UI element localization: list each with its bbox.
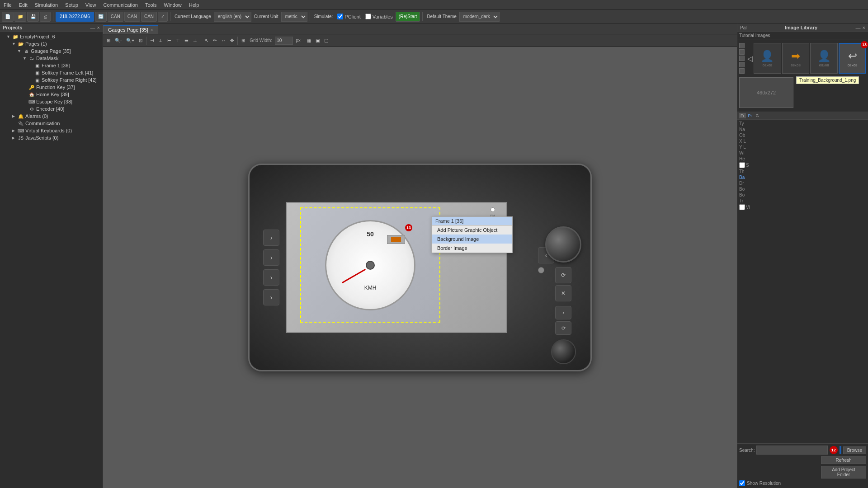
align-right-btn[interactable]: ⊢ <box>165 36 173 46</box>
menu-window[interactable]: Window <box>160 1 185 9</box>
ip-address-btn[interactable]: 218.2/272.0M6 <box>56 12 94 22</box>
scroll-btn-2[interactable]: ⟳ <box>555 321 571 335</box>
zoom-out-btn[interactable]: 🔍- <box>113 36 123 46</box>
unit-select[interactable]: metric <box>281 12 307 22</box>
left-sk-4[interactable]: › <box>263 289 279 305</box>
tree-item-comm[interactable]: 🔌 Communication <box>1 120 102 127</box>
prop-s-check[interactable] <box>739 162 745 168</box>
tree-item-funckey[interactable]: 🔑 Function Key [37] <box>1 84 102 91</box>
props-tab-pr[interactable]: Pr <box>747 113 754 118</box>
tree-item-project[interactable]: ▼ 📁 EmptyProject_6 <box>1 33 102 40</box>
pal-icon-3[interactable] <box>739 56 745 61</box>
menu-help[interactable]: Help <box>185 1 203 9</box>
save-btn[interactable]: 💾 <box>27 12 39 22</box>
projects-minimize[interactable]: — <box>90 25 95 30</box>
draw-btn[interactable]: ✏ <box>211 36 218 46</box>
pal-icon-4[interactable] <box>739 62 745 67</box>
print-btn[interactable]: 🖨 <box>40 12 51 22</box>
select-btn[interactable]: ↖ <box>203 36 210 46</box>
small-knob[interactable] <box>551 339 576 364</box>
props-tab-g[interactable]: G <box>755 113 760 118</box>
gauges-tab-close[interactable]: × <box>151 28 153 33</box>
align-vcenter-btn[interactable]: ☰ <box>183 36 190 46</box>
thumb-2[interactable]: ➡ 68x68 <box>782 43 810 74</box>
tree-item-softkey-left[interactable]: ▣ Softkey Frame Left [41] <box>1 69 102 76</box>
thumb-scroll-left[interactable]: ◁ <box>747 54 753 63</box>
expand-icon-gauges[interactable]: ▼ <box>17 49 22 53</box>
img-lib-minimize[interactable]: — <box>856 25 861 30</box>
browse-btn[interactable]: Browse <box>843 446 866 454</box>
context-border-image[interactable]: Border Image <box>432 244 512 253</box>
grid-mode-2[interactable]: ▣ <box>314 36 321 46</box>
tree-item-encoder[interactable]: ⚙ Encoder [40] <box>1 105 102 113</box>
grid-mode-1[interactable]: ▦ <box>305 36 313 46</box>
nav-cross-btn[interactable]: ✕ <box>555 285 571 301</box>
context-background-image[interactable]: Background Image <box>432 235 512 244</box>
zoom-fit-btn[interactable]: ⊡ <box>137 36 144 46</box>
context-add-picture[interactable]: Add Picture Graphic Object <box>432 225 512 235</box>
canvas-area[interactable]: › › › › <box>103 47 737 488</box>
can-btn2[interactable]: CAN <box>124 12 140 22</box>
align-bottom-btn[interactable]: ⊥ <box>191 36 199 46</box>
nav-refresh-btn[interactable]: ⟳ <box>555 267 571 283</box>
grid-btn[interactable]: ⊞ <box>240 36 247 46</box>
expand-icon-js[interactable]: ▶ <box>12 136 16 140</box>
variables-checkbox[interactable] <box>365 14 371 19</box>
pal-icon-1[interactable] <box>739 43 745 48</box>
expand-icon-kb[interactable]: ▶ <box>12 128 16 133</box>
can-btn3[interactable]: CAN <box>141 12 157 22</box>
projects-close[interactable]: × <box>97 25 100 30</box>
menu-file[interactable]: File <box>0 1 15 9</box>
tree-item-homekey[interactable]: 🏠 Home Key [39] <box>1 91 102 98</box>
tree-item-frame1[interactable]: ▣ Frame 1 [36] <box>1 62 102 69</box>
theme-select[interactable]: modern_dark <box>459 12 500 22</box>
menu-setup[interactable]: Setup <box>61 1 82 9</box>
pal-icon-2[interactable] <box>739 49 745 55</box>
tree-item-js[interactable]: ▶ JS JavaScripts (0) <box>1 134 102 141</box>
menu-view[interactable]: View <box>82 1 100 9</box>
connect-btn[interactable]: 🔄 <box>95 12 107 22</box>
search-input[interactable] <box>756 446 827 455</box>
main-knob[interactable] <box>545 226 581 263</box>
thumb-1[interactable]: 👤 68x68 <box>754 43 781 74</box>
frame-selection[interactable]: 50 KMH <box>300 207 440 323</box>
expand-icon-datamask[interactable]: ▼ <box>23 56 27 61</box>
refresh-btn[interactable]: Refresh <box>821 456 866 464</box>
img-lib-close[interactable]: × <box>863 25 865 30</box>
tree-item-keyboards[interactable]: ▶ ⌨ Virtual Keyboards (0) <box>1 127 102 134</box>
left-sk-3[interactable]: › <box>263 269 279 286</box>
left-sk-1[interactable]: › <box>263 230 279 246</box>
checkmark-btn[interactable]: ✓ <box>158 12 168 22</box>
grid-mode-3[interactable]: ▢ <box>322 36 330 46</box>
align-top-btn[interactable]: ⊤ <box>174 36 182 46</box>
tree-item-datamask[interactable]: ▼ 🗂 DataMask <box>1 55 102 62</box>
add-project-folder-btn[interactable]: Add Project Folder <box>821 466 866 479</box>
scroll-btn-1[interactable]: ‹ <box>555 306 571 319</box>
align-left-btn[interactable]: ⊣ <box>148 36 156 46</box>
grid-width-input[interactable] <box>275 37 293 45</box>
gauges-tab[interactable]: Gauges Page [35] × <box>103 25 158 34</box>
menu-edit[interactable]: Edit <box>15 1 31 9</box>
menu-simulation[interactable]: Simulation <box>31 1 61 9</box>
move-btn[interactable]: ✥ <box>228 36 236 46</box>
thumb-4[interactable]: ↩ 68x68 13 <box>839 43 866 74</box>
pclient-check[interactable]: PClient <box>335 14 362 19</box>
pal-icon-5[interactable] <box>739 68 745 74</box>
zoom-reset-btn[interactable]: ⊞ <box>105 36 112 46</box>
tree-item-esckey[interactable]: ⌨ Escape Key [38] <box>1 98 102 105</box>
new-btn[interactable]: 📄 <box>2 12 14 22</box>
align-center-btn[interactable]: ⊥ <box>157 36 165 46</box>
prop-vi-check[interactable] <box>739 204 745 210</box>
zoom-in-btn[interactable]: 🔍+ <box>124 36 136 46</box>
tree-item-gauges[interactable]: ▼ 🖥 Gauges Page [35] <box>1 47 102 55</box>
left-sk-2[interactable]: › <box>263 249 279 266</box>
menu-tools[interactable]: Tools <box>142 1 160 9</box>
tree-item-alarms[interactable]: ▶ 🔔 Alarms (0) <box>1 113 102 120</box>
open-btn[interactable]: 📁 <box>14 12 26 22</box>
pclient-checkbox[interactable] <box>337 14 343 19</box>
can-btn1[interactable]: CAN <box>108 12 123 22</box>
restart-btn[interactable]: (Re)Start <box>396 12 420 22</box>
large-thumb[interactable]: 460x272 <box>739 77 793 108</box>
tree-item-pages[interactable]: ▼ 📂 Pages (1) <box>1 40 102 47</box>
language-select[interactable]: english (en) <box>214 12 251 22</box>
